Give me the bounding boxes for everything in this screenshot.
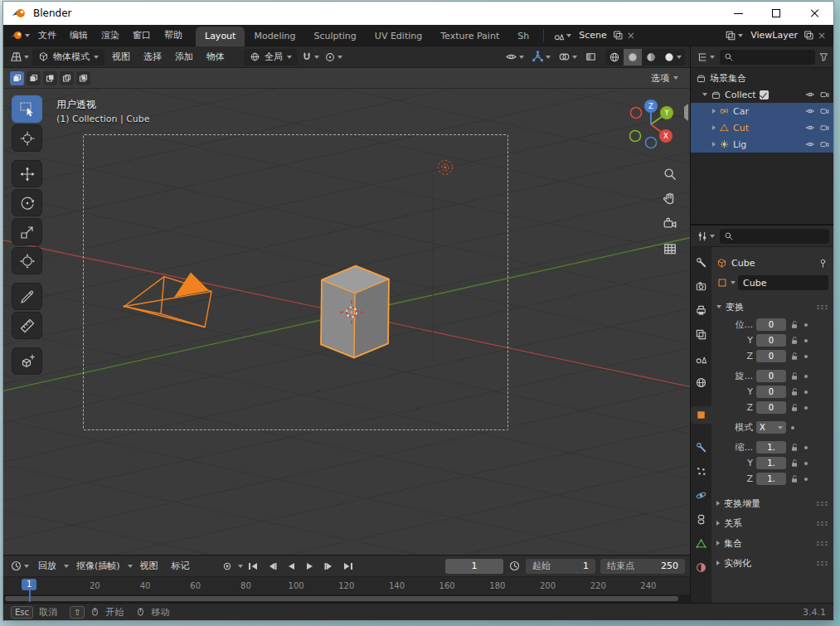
outliner-search-input[interactable] — [720, 50, 815, 65]
tab-layout[interactable]: Layout — [196, 27, 245, 46]
animate-dot-icon[interactable] — [804, 478, 808, 481]
transform-section-header[interactable]: 变换 — [716, 297, 828, 317]
menu-object[interactable]: 物体 — [201, 46, 231, 68]
maximize-button[interactable] — [757, 2, 795, 25]
expand-icon[interactable] — [702, 93, 707, 96]
collections-section-header[interactable]: 集合 — [716, 533, 828, 553]
tab-texture-paint[interactable]: Texture Paint — [431, 27, 508, 46]
select-mode-subtract-button[interactable] — [43, 71, 57, 85]
minimize-button[interactable] — [719, 2, 757, 25]
outliner-item-cube[interactable]: Cut — [691, 119, 833, 136]
jump-to-start-button[interactable] — [245, 559, 262, 574]
select-mode-invert-button[interactable] — [60, 71, 74, 85]
select-mode-set-button[interactable] — [10, 71, 24, 85]
menu-timeline-view[interactable]: 视图 — [134, 556, 164, 577]
jump-previous-keyframe-button[interactable] — [264, 559, 281, 574]
new-scene-icon[interactable] — [613, 30, 624, 41]
scrollbar-thumb[interactable] — [5, 596, 678, 601]
location-z-field[interactable]: 0 — [756, 350, 786, 362]
orthographic-grid-icon[interactable] — [663, 241, 677, 256]
tool-add-primitive[interactable] — [12, 347, 42, 375]
pin-icon[interactable] — [818, 258, 828, 269]
editor-type-button[interactable] — [8, 49, 31, 66]
delta-transform-section-header[interactable]: 变换增量 — [716, 493, 828, 513]
viewlayer-name-field[interactable]: ViewLayer — [748, 30, 800, 41]
menu-help[interactable]: 帮助 — [158, 25, 189, 46]
scene-name-field[interactable]: Scene — [576, 30, 609, 41]
gizmo-z-negative[interactable] — [646, 138, 657, 148]
properties-editor-type-button[interactable] — [695, 228, 716, 245]
tab-object[interactable] — [691, 406, 711, 424]
scale-z-field[interactable]: 1. — [756, 473, 786, 485]
overlays-dropdown[interactable] — [556, 49, 579, 66]
render-visibility-icon[interactable] — [819, 139, 830, 149]
scene-collection-row[interactable]: 场景集合 — [691, 70, 833, 86]
gizmo-x-negative[interactable] — [631, 108, 642, 119]
tab-uv-editing[interactable]: UV Editing — [366, 27, 431, 46]
location-y-field[interactable]: 0 — [756, 334, 786, 347]
animate-dot-icon[interactable] — [804, 355, 808, 358]
frame-end-field[interactable]: 结束点250 — [600, 559, 685, 574]
tool-measure[interactable] — [12, 312, 42, 339]
shading-material-button[interactable] — [642, 49, 660, 66]
object-id-icon[interactable] — [716, 277, 728, 289]
remove-viewlayer-icon[interactable]: × — [818, 31, 826, 41]
snap-toggle[interactable] — [299, 49, 321, 66]
tab-scene[interactable] — [691, 350, 711, 367]
scale-x-field[interactable]: 1. — [756, 441, 786, 454]
animate-dot-icon[interactable] — [804, 339, 808, 342]
close-button[interactable] — [795, 2, 833, 25]
tool-move[interactable] — [12, 160, 42, 187]
section-menu-grip-icon[interactable] — [816, 501, 828, 507]
scene-browse-button[interactable] — [551, 27, 573, 44]
lock-icon[interactable] — [789, 335, 799, 346]
rotation-mode-dropdown[interactable]: X — [756, 421, 786, 434]
relations-section-header[interactable]: 关系 — [716, 513, 828, 533]
section-menu-grip-icon[interactable] — [816, 541, 828, 546]
scale-y-field[interactable]: 1. — [756, 457, 786, 469]
viewport-3d[interactable]: 用户透视 (1) Collection | Cube Z Y X — [3, 89, 690, 555]
menu-keying[interactable]: 抠像(插帧) — [70, 556, 126, 577]
properties-search-input[interactable] — [720, 229, 829, 244]
shading-rendered-button[interactable] — [660, 49, 685, 66]
lock-icon[interactable] — [789, 319, 799, 330]
menu-view[interactable]: 视图 — [106, 46, 136, 68]
jump-to-end-button[interactable] — [340, 559, 357, 574]
mode-dropdown[interactable]: 物体模式 — [32, 49, 104, 66]
tab-view-layer[interactable] — [691, 326, 711, 343]
menu-marker[interactable]: 标记 — [166, 556, 196, 577]
jump-next-keyframe-button[interactable] — [321, 559, 338, 574]
current-frame-field[interactable]: 1 — [445, 559, 503, 574]
select-mode-intersect-button[interactable] — [76, 71, 90, 85]
sidebar-collapse-arrow[interactable] — [684, 107, 688, 118]
rotation-z-field[interactable]: 0 — [756, 401, 786, 414]
lock-icon[interactable] — [789, 371, 799, 381]
animate-dot-icon[interactable] — [804, 406, 808, 410]
new-viewlayer-icon[interactable] — [804, 30, 814, 41]
shading-wireframe-button[interactable] — [605, 49, 624, 66]
tool-annotate[interactable] — [12, 283, 42, 310]
tab-physics[interactable] — [691, 487, 711, 504]
menu-window[interactable]: 窗口 — [126, 25, 158, 46]
transform-orientation-dropdown[interactable]: 全局 — [244, 49, 298, 66]
tool-scale[interactable] — [12, 218, 42, 245]
tool-options-dropdown[interactable]: 选项 — [646, 72, 683, 85]
play-reverse-button[interactable] — [283, 559, 300, 574]
lock-icon[interactable] — [789, 402, 799, 413]
menu-edit[interactable]: 编辑 — [63, 25, 95, 46]
expand-icon[interactable] — [712, 109, 716, 114]
play-button[interactable] — [302, 559, 319, 574]
section-menu-grip-icon[interactable] — [816, 560, 828, 566]
menu-file[interactable]: 文件 — [32, 25, 63, 46]
render-visibility-icon[interactable] — [819, 106, 830, 116]
location-x-field[interactable]: 0 — [756, 318, 786, 331]
animate-dot-icon[interactable] — [804, 375, 808, 378]
breadcrumb-object-name[interactable]: Cube — [731, 258, 755, 269]
viewlayer-browse-button[interactable] — [723, 27, 745, 44]
select-mode-extend-button[interactable] — [27, 71, 41, 85]
tab-modifiers[interactable] — [691, 439, 711, 456]
tab-constraints[interactable] — [691, 511, 711, 528]
render-visibility-icon[interactable] — [819, 90, 830, 99]
tab-shading[interactable]: Sh — [508, 27, 538, 46]
gizmos-dropdown[interactable] — [530, 49, 552, 66]
